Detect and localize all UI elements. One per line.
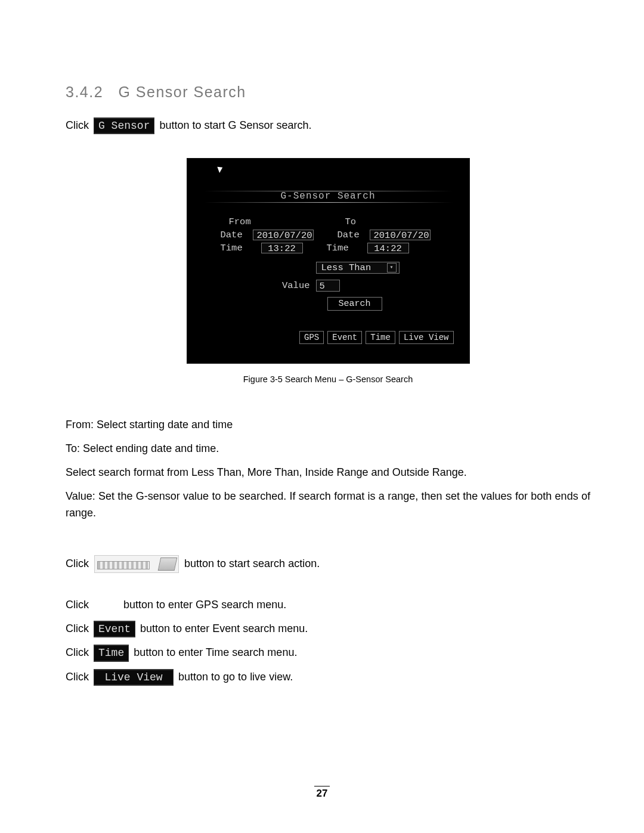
to-desc-label: To: (66, 442, 80, 454)
osd-bottom-bar: GPS Event Time Live View (299, 331, 453, 344)
action-text: button to start search action. (184, 558, 320, 569)
section-number: 3.4.2 (66, 83, 103, 100)
osd-divider (204, 202, 453, 203)
action-text: Click (66, 599, 89, 611)
action-text: Click (66, 671, 89, 683)
action-time-line: Click Time button to enter Time search m… (66, 645, 590, 661)
value-desc-label: Value: (66, 490, 95, 502)
action-text: button to enter Event search menu. (140, 623, 308, 634)
time-label-from: Time (221, 243, 253, 253)
action-text: Click (66, 646, 89, 658)
osd-panel: G-Sensor Search From To Date 2010/07/20 … (187, 158, 470, 364)
date-label-from: Date (221, 230, 253, 240)
search-keyboard-icon[interactable] (94, 555, 179, 573)
value-label: Value (221, 280, 316, 291)
from-header: From (221, 216, 345, 227)
osd-screenshot: G-Sensor Search From To Date 2010/07/20 … (66, 158, 590, 364)
from-desc-label: From: (66, 419, 94, 431)
section-heading: 3.4.2 G Sensor Search (66, 83, 590, 101)
osd-live-view-button[interactable]: Live View (399, 331, 454, 344)
chevron-down-icon: ▾ (387, 263, 397, 272)
page-number: 27 (0, 786, 644, 800)
osd-value-block: Less Than ▾ Value 5 (221, 261, 454, 292)
live-view-chip[interactable]: Live View (94, 669, 174, 686)
action-text: button to enter Time search menu. (134, 646, 297, 658)
format-combo-label: Less Than (321, 262, 371, 273)
format-combo[interactable]: Less Than ▾ (316, 262, 400, 274)
intro-click: Click (66, 119, 89, 131)
osd-time-button[interactable]: Time (366, 331, 395, 344)
format-desc-opts: Less Than, More Than, Inside Range (191, 466, 369, 478)
intro-paragraph: Click G Sensor button to start G Sensor … (66, 117, 590, 134)
to-desc-text: Select ending date and time. (83, 442, 219, 454)
to-header: To (345, 216, 357, 227)
action-text: Click (66, 623, 89, 634)
osd-event-button[interactable]: Event (327, 331, 362, 344)
from-date-input[interactable]: 2010/07/20 (253, 230, 314, 240)
value-input[interactable]: 5 (316, 280, 340, 292)
osd-search-button[interactable]: Search (327, 297, 382, 311)
action-event-line: Click Event button to enter Event search… (66, 621, 590, 637)
g-sensor-chip[interactable]: G Sensor (94, 117, 154, 134)
time-label-to: Time (327, 243, 359, 253)
from-time-input[interactable]: 13:22 (261, 243, 303, 253)
action-search-line: Click button to start search action. (66, 555, 590, 573)
to-time-input[interactable]: 14:22 (367, 243, 409, 253)
format-desc-pre: Select search format from (66, 466, 191, 478)
manual-page: 3.4.2 G Sensor Search Click G Sensor but… (0, 0, 644, 833)
action-text: button to go to live view. (178, 671, 293, 683)
to-date-input[interactable]: 2010/07/20 (370, 230, 431, 240)
format-desc-last: Outside Range (392, 466, 464, 478)
value-desc-text: Set the G-sensor value to be searched. I… (66, 490, 590, 519)
action-live-line: Click Live View button to go to live vie… (66, 669, 590, 686)
action-text: button to enter GPS search menu. (123, 599, 286, 611)
cursor-icon (217, 165, 224, 173)
from-desc-text: Select starting date and time (97, 419, 233, 431)
intro-rest: button to start G Sensor search. (159, 119, 311, 131)
description-block: From: Select starting date and time To: … (66, 417, 590, 521)
figure-caption: Figure 3-5 Search Menu – G-Sensor Search (66, 374, 590, 384)
osd-date-grid: From To Date 2010/07/20 Date 2010/07/20 … (221, 215, 454, 255)
action-text: Click (66, 558, 89, 569)
action-gps-line: Click button to enter GPS search menu. (66, 597, 590, 614)
section-title: G Sensor Search (118, 83, 246, 100)
time-chip[interactable]: Time (94, 645, 129, 661)
osd-gps-button[interactable]: GPS (299, 331, 324, 344)
date-label-to: Date (338, 230, 370, 240)
osd-title: G-Sensor Search (187, 191, 469, 202)
format-desc-period: . (464, 466, 467, 478)
event-chip[interactable]: Event (94, 621, 135, 637)
format-desc-and: and (369, 466, 392, 478)
